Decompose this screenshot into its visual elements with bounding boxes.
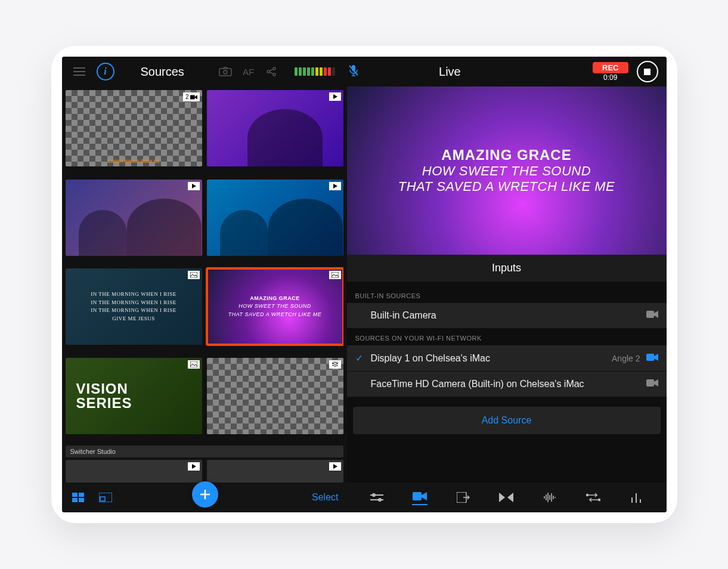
info-icon[interactable]: i xyxy=(97,63,114,81)
svg-point-4 xyxy=(273,73,275,76)
svg-point-23 xyxy=(586,494,588,496)
svg-point-24 xyxy=(598,499,600,501)
main-area: Lorem ipsum dolor sit 2 IN THE MORNING W… xyxy=(62,86,667,483)
camera-icon xyxy=(646,379,658,389)
source-row[interactable]: ✓ Display 1 on Chelsea's iMac Angle 2 xyxy=(347,345,667,372)
tablet-frame: i Sources AF Live REC 0:09 Lorem ipsum d… xyxy=(51,46,677,523)
person-silhouette xyxy=(247,109,323,166)
inputs-list: BUILT-IN SOURCES Built-in Camera SOURCES… xyxy=(347,282,667,483)
play-badge xyxy=(329,92,341,101)
source-thumb[interactable] xyxy=(207,90,343,166)
live-line3: THAT SAVED A WRETCH LIKE ME xyxy=(398,179,615,194)
share-icon[interactable] xyxy=(262,63,280,81)
source-thumb-selected[interactable]: AMAZING GRACE HOW SWEET THE SOUND THAT S… xyxy=(207,268,343,345)
source-thumb[interactable] xyxy=(207,180,343,256)
svg-rect-12 xyxy=(646,379,654,386)
mic-mute-icon[interactable] xyxy=(348,64,359,79)
source-thumb[interactable] xyxy=(66,460,202,483)
person-silhouette xyxy=(220,210,268,256)
menu-icon[interactable] xyxy=(70,63,88,81)
group-row xyxy=(66,460,343,483)
grid-view-icon[interactable] xyxy=(70,490,86,505)
camera-tab-icon[interactable] xyxy=(412,490,427,505)
layout-icon[interactable] xyxy=(98,490,113,505)
add-button[interactable] xyxy=(192,481,218,508)
source-thumb[interactable]: IN THE MORNING WHEN I RISEIN THE MORNING… xyxy=(66,268,202,345)
app-screen: i Sources AF Live REC 0:09 Lorem ipsum d… xyxy=(62,57,667,512)
transition-icon[interactable] xyxy=(498,490,514,505)
camera-icon xyxy=(646,353,658,364)
sliders-icon[interactable] xyxy=(369,490,385,505)
svg-point-3 xyxy=(273,67,275,70)
svg-rect-18 xyxy=(100,497,105,501)
source-label: FaceTime HD Camera (Built-in) on Chelsea… xyxy=(371,379,640,389)
svg-rect-14 xyxy=(79,493,84,497)
live-title: Live xyxy=(439,65,461,79)
play-badge xyxy=(329,462,341,471)
bottom-bar-left: Select xyxy=(62,490,347,505)
sources-panel: Lorem ipsum dolor sit 2 IN THE MORNING W… xyxy=(62,86,347,483)
inputs-header: Inputs xyxy=(347,255,667,282)
lyric-text: AMAZING GRACE HOW SWEET THE SOUND THAT S… xyxy=(228,295,322,319)
stop-button[interactable] xyxy=(637,61,658,82)
rec-indicator: REC 0:09 xyxy=(593,62,628,82)
check-icon: ✓ xyxy=(355,352,365,364)
image-badge xyxy=(188,360,200,369)
wifi-section-label: SOURCES ON YOUR WI-FI NETWORK xyxy=(347,329,667,345)
add-source-button[interactable]: Add Source xyxy=(353,407,661,434)
af-button[interactable]: AF xyxy=(243,67,254,77)
svg-rect-10 xyxy=(646,311,654,318)
svg-rect-21 xyxy=(413,492,422,500)
svg-rect-6 xyxy=(190,95,195,99)
source-row[interactable]: Built-in Camera xyxy=(347,303,667,329)
source-row[interactable]: FaceTime HD Camera (Built-in) on Chelsea… xyxy=(347,372,667,397)
svg-point-2 xyxy=(267,70,269,73)
select-button[interactable]: Select xyxy=(312,492,338,503)
top-bar: i Sources AF Live REC 0:09 xyxy=(62,57,667,86)
camera-icon[interactable] xyxy=(216,63,234,81)
svg-point-20 xyxy=(379,499,381,501)
audio-icon[interactable] xyxy=(542,490,557,505)
play-badge xyxy=(329,182,341,190)
source-thumb[interactable] xyxy=(207,358,343,434)
lyric-text: IN THE MORNING WHEN I RISEIN THE MORNING… xyxy=(91,290,176,323)
rec-time: 0:09 xyxy=(593,73,628,82)
stats-icon[interactable] xyxy=(628,490,644,505)
live-panel: AMAZING GRACE HOW SWEET THE SOUND THAT S… xyxy=(347,86,667,483)
image-badge xyxy=(329,271,341,279)
sources-title: Sources xyxy=(141,65,184,79)
bottom-bar-right xyxy=(347,490,667,505)
image-badge xyxy=(188,271,200,279)
audio-meter xyxy=(295,67,335,76)
source-thumb[interactable] xyxy=(207,460,343,483)
bottom-bar: Select xyxy=(62,483,667,512)
svg-rect-0 xyxy=(219,69,231,76)
title-graphic: VISIONSERIES xyxy=(69,382,199,410)
source-label: Built-in Camera xyxy=(371,310,640,321)
live-line1: AMAZING GRACE xyxy=(441,147,571,163)
cam-badge: 2 xyxy=(183,92,200,101)
angle-label: Angle 2 xyxy=(612,354,640,363)
stack-badge xyxy=(329,360,341,369)
source-grid: Lorem ipsum dolor sit 2 IN THE MORNING W… xyxy=(66,90,343,442)
live-preview[interactable]: AMAZING GRACE HOW SWEET THE SOUND THAT S… xyxy=(347,86,667,255)
switch-icon[interactable] xyxy=(586,490,601,505)
svg-rect-7 xyxy=(190,272,197,278)
camera-icon xyxy=(646,310,658,321)
output-icon[interactable] xyxy=(456,490,471,505)
source-label: Display 1 on Chelsea's iMac xyxy=(371,353,606,364)
svg-rect-9 xyxy=(190,361,197,367)
svg-rect-8 xyxy=(332,272,339,278)
svg-point-1 xyxy=(224,70,227,74)
svg-rect-16 xyxy=(79,498,84,502)
source-thumb[interactable]: VISIONSERIES xyxy=(66,358,202,434)
svg-rect-13 xyxy=(72,493,78,497)
group-bar[interactable]: Switcher Studio xyxy=(66,446,343,457)
person-silhouette xyxy=(79,210,126,256)
rec-badge: REC xyxy=(593,62,628,73)
source-thumb[interactable] xyxy=(66,180,202,256)
lower-third-text: Lorem ipsum dolor sit xyxy=(66,158,202,164)
source-thumb[interactable]: Lorem ipsum dolor sit 2 xyxy=(66,90,202,166)
person-silhouette xyxy=(127,199,202,256)
person-silhouette xyxy=(268,199,343,256)
